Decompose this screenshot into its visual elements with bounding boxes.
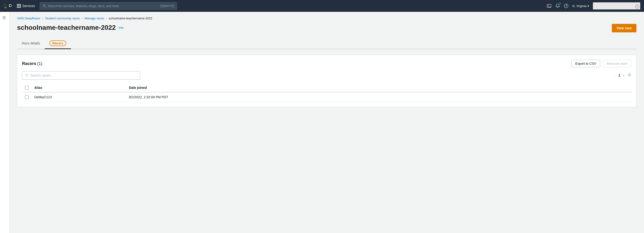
- tab-racers-label: Racers: [50, 40, 66, 46]
- top-navigation: aws Services [Option+S]: [0, 0, 644, 12]
- table-header-row: Alias Date joined: [22, 83, 632, 92]
- main-layout: ☰ ⓘ AWS DeepRacer › Student community ra…: [0, 12, 644, 233]
- svg-point-15: [566, 7, 566, 7]
- search-shortcut: [Option+S]: [160, 4, 174, 7]
- main-content: ⓘ AWS DeepRacer › Student community race…: [10, 12, 644, 233]
- header-select: [22, 83, 32, 92]
- info-link[interactable]: Info: [118, 26, 124, 29]
- breadcrumb-manage-races[interactable]: Manage races: [84, 16, 104, 20]
- next-page-button[interactable]: ›: [622, 72, 625, 78]
- racers-panel: Racers (1) Export to CSV Remove racer: [17, 55, 636, 107]
- svg-rect-4: [17, 5, 18, 6]
- services-button[interactable]: Services: [15, 3, 37, 9]
- current-page: 1: [618, 73, 620, 77]
- table-row: DebbyC123 8/2/2022, 2:32:00 PM PDT: [22, 92, 632, 102]
- top-info-icon[interactable]: ⓘ: [635, 4, 639, 9]
- row-date-joined: 8/2/2022, 2:32:00 PM PDT: [126, 92, 632, 102]
- cloudshell-button[interactable]: [547, 3, 552, 8]
- panel-header: Racers (1) Export to CSV Remove racer: [22, 60, 632, 67]
- panel-count: (1): [37, 61, 42, 66]
- table-header: Alias Date joined: [22, 83, 632, 92]
- racers-search-input[interactable]: [30, 73, 137, 77]
- breadcrumb-sep-2: ›: [82, 17, 82, 20]
- export-csv-button[interactable]: Export to CSV: [571, 60, 600, 67]
- header-date-joined: Date joined: [126, 83, 632, 92]
- services-label: Services: [22, 4, 35, 8]
- header-alias: Alias: [32, 83, 126, 92]
- svg-point-16: [25, 74, 27, 76]
- racers-search-container[interactable]: [22, 71, 140, 80]
- search-icon: [25, 74, 28, 77]
- svg-text:aws: aws: [4, 7, 7, 8]
- breadcrumb-current: schoolname-teachername-2022: [109, 16, 152, 20]
- svg-rect-7: [17, 7, 18, 8]
- svg-rect-1: [17, 4, 18, 5]
- notifications-button[interactable]: [555, 3, 560, 8]
- nav-icons: N. Virginia ▾: [547, 2, 640, 9]
- svg-point-10: [43, 4, 45, 6]
- pagination: ‹ 1 ›: [614, 72, 632, 78]
- panel-actions: Export to CSV Remove racer: [571, 60, 632, 67]
- sidebar-toggle[interactable]: ☰: [0, 12, 10, 233]
- racers-table: Alias Date joined Debb: [22, 83, 632, 102]
- tab-racers[interactable]: Racers: [45, 38, 71, 49]
- select-all-checkbox[interactable]: [25, 86, 29, 90]
- svg-line-11: [45, 6, 46, 7]
- region-selector[interactable]: N. Virginia ▾: [572, 4, 589, 8]
- row-alias: DebbyC123: [32, 92, 126, 102]
- tab-race-details[interactable]: Race details: [17, 38, 45, 49]
- aws-logo[interactable]: aws: [4, 3, 12, 9]
- page-title-area: schoolname-teachername-2022 Info: [17, 24, 124, 31]
- page-title: schoolname-teachername-2022: [17, 24, 116, 31]
- panel-title-area: Racers (1): [22, 61, 42, 66]
- svg-rect-3: [20, 4, 21, 5]
- svg-rect-9: [20, 7, 21, 8]
- breadcrumb-sep-1: ›: [42, 17, 43, 20]
- region-chevron: ▾: [588, 4, 589, 8]
- table-body: DebbyC123 8/2/2022, 2:32:00 PM PDT: [22, 92, 632, 102]
- global-search-bar[interactable]: [Option+S]: [40, 2, 177, 10]
- breadcrumb-deepracer[interactable]: AWS DeepRacer: [17, 16, 40, 20]
- svg-line-17: [27, 76, 28, 77]
- row-select-checkbox[interactable]: [25, 95, 29, 99]
- help-button[interactable]: [564, 3, 568, 8]
- remove-racer-button[interactable]: Remove racer: [602, 60, 632, 67]
- notification-badge: [559, 2, 561, 4]
- global-search-input[interactable]: [48, 4, 158, 8]
- svg-point-18: [629, 74, 630, 76]
- prev-page-button[interactable]: ‹: [614, 72, 616, 78]
- svg-rect-5: [18, 5, 20, 6]
- svg-rect-8: [18, 7, 20, 8]
- breadcrumb-community-races[interactable]: Student community races: [45, 16, 80, 20]
- search-row: ‹ 1 ›: [22, 71, 632, 80]
- page-header: schoolname-teachername-2022 Info View ra…: [17, 24, 636, 32]
- view-race-button[interactable]: View race: [612, 24, 636, 32]
- breadcrumb: AWS DeepRacer › Student community races …: [17, 16, 636, 20]
- svg-rect-6: [20, 5, 21, 6]
- table-settings-button[interactable]: [627, 73, 632, 78]
- row-checkbox-cell: [22, 92, 32, 102]
- svg-rect-2: [18, 4, 20, 5]
- account-bar[interactable]: [593, 2, 640, 9]
- region-label: N. Virginia: [572, 4, 586, 8]
- panel-title: Racers: [22, 61, 36, 66]
- tabs: Race details Racers: [17, 38, 636, 49]
- breadcrumb-sep-3: ›: [106, 17, 107, 20]
